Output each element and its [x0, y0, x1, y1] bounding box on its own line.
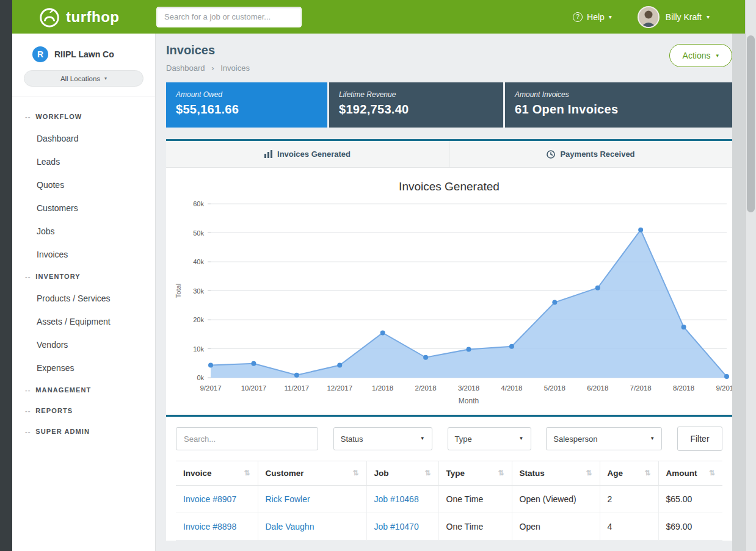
- col-header-invoice[interactable]: ⇅Invoice: [176, 461, 258, 486]
- svg-text:5/2018: 5/2018: [544, 384, 565, 392]
- status-select[interactable]: Status ▼: [333, 427, 432, 450]
- sort-icon[interactable]: ⇅: [352, 469, 358, 477]
- logo-text: turfhop: [66, 9, 119, 26]
- customer-link[interactable]: Dale Vaughn: [266, 522, 314, 531]
- bar-chart-icon: [264, 150, 272, 158]
- breadcrumb-dashboard[interactable]: Dashboard: [166, 63, 205, 73]
- svg-text:3/2018: 3/2018: [458, 384, 479, 392]
- age-cell: 2: [600, 486, 658, 513]
- type-cell: One Time: [438, 513, 512, 541]
- section-dash-icon: --: [25, 407, 31, 414]
- sort-icon[interactable]: ⇅: [244, 469, 250, 477]
- nav-section-super-admin[interactable]: -- SUPER ADMIN: [12, 421, 155, 442]
- clock-icon: [547, 150, 555, 159]
- breadcrumb-invoices: Invoices: [220, 63, 250, 73]
- job-link[interactable]: Job #10468: [374, 494, 419, 504]
- customer-link[interactable]: Rick Fowler: [266, 494, 310, 504]
- nav-section-inventory: -- INVENTORY: [12, 266, 155, 287]
- svg-text:12/2017: 12/2017: [327, 384, 352, 392]
- status-cell: Open: [512, 513, 600, 541]
- stat-lifetime-revenue: Lifetime Revenue $192,753.40: [329, 82, 503, 128]
- svg-text:11/2017: 11/2017: [284, 384, 309, 392]
- section-dash-icon: --: [25, 428, 31, 435]
- table-search-input[interactable]: [176, 427, 318, 450]
- nav-section-label: MANAGEMENT: [35, 386, 91, 394]
- svg-text:4/2018: 4/2018: [501, 384, 522, 392]
- col-header-type[interactable]: ⇅Type: [438, 461, 512, 486]
- nav-section-management[interactable]: -- MANAGEMENT: [12, 380, 155, 400]
- logo[interactable]: turfhop: [12, 5, 156, 29]
- col-header-amount[interactable]: ⇅Amount: [658, 461, 722, 486]
- chart-title: Invoices Generated: [166, 180, 732, 193]
- salesperson-select[interactable]: Salesperson ▼: [546, 427, 662, 450]
- caret-down-icon: ▼: [420, 436, 425, 441]
- tab-payments-received[interactable]: Payments Received: [449, 141, 732, 167]
- caret-down-icon: ▼: [650, 436, 655, 441]
- svg-text:10/2017: 10/2017: [241, 384, 267, 392]
- sidebar-item-dashboard[interactable]: Dashboard: [12, 127, 155, 150]
- sort-icon[interactable]: ⇅: [644, 469, 650, 477]
- sidebar-item-leads[interactable]: Leads: [12, 150, 155, 173]
- sidebar-item-products-services[interactable]: Products / Services: [12, 287, 155, 310]
- invoices-chart: 0k10k20k30k40k50k60k9/201710/201711/2017…: [166, 193, 732, 412]
- sidebar-item-quotes[interactable]: Quotes: [12, 173, 155, 196]
- locations-dropdown[interactable]: All Locations ▾: [24, 70, 144, 87]
- svg-text:2/2018: 2/2018: [415, 384, 436, 392]
- help-icon: ?: [573, 12, 583, 22]
- job-link[interactable]: Job #10470: [374, 522, 419, 531]
- sidebar-item-customers[interactable]: Customers: [12, 196, 155, 220]
- chart-panel: Invoices Generated Payments Received Inv…: [166, 139, 732, 414]
- actions-label: Actions: [683, 51, 711, 60]
- help-menu[interactable]: ? Help ▾: [573, 12, 612, 22]
- stat-cards: Amount Owed $55,161.66 Lifetime Revenue …: [166, 82, 732, 128]
- topbar-right: ? Help ▾ Billy Kraft ▾: [573, 6, 745, 28]
- user-avatar[interactable]: [638, 6, 660, 28]
- col-header-age[interactable]: ⇅Age: [600, 461, 658, 486]
- breadcrumb: Dashboard › Invoices: [166, 63, 250, 73]
- nav-section-reports[interactable]: -- REPORTS: [12, 400, 155, 421]
- actions-button[interactable]: Actions ▾: [669, 44, 732, 67]
- invoice-link[interactable]: Invoice #8907: [183, 494, 236, 504]
- scrollbar[interactable]: [745, 0, 756, 551]
- type-cell: One Time: [438, 486, 512, 513]
- caret-down-icon: ▾: [707, 14, 710, 20]
- status-select-value: Status: [341, 434, 363, 444]
- amount-cell: $69.00: [658, 513, 722, 541]
- sidebar-item-assets-equipment[interactable]: Assets / Equipment: [12, 310, 155, 333]
- col-header-job[interactable]: ⇅Job: [366, 461, 438, 486]
- nav-section-label: WORKFLOW: [35, 113, 82, 120]
- chart-tabs: Invoices Generated Payments Received: [166, 141, 732, 168]
- sidebar-nav: -- WORKFLOW Dashboard Leads Quotes Custo…: [12, 96, 155, 442]
- col-header-status[interactable]: ⇅Status: [512, 461, 600, 486]
- type-select[interactable]: Type ▼: [448, 427, 531, 450]
- global-search-input[interactable]: [156, 7, 302, 27]
- col-header-customer[interactable]: ⇅Customer: [258, 461, 366, 486]
- locations-label: All Locations: [60, 75, 100, 82]
- sidebar-item-vendors[interactable]: Vendors: [12, 333, 155, 356]
- nav-section-workflow: -- WORKFLOW: [12, 106, 155, 127]
- svg-text:50k: 50k: [193, 229, 204, 237]
- invoice-link[interactable]: Invoice #8898: [183, 522, 236, 531]
- company-name: RIIPL Lawn Co: [54, 49, 114, 59]
- scrollbar-thumb[interactable]: [747, 35, 755, 212]
- svg-text:30k: 30k: [193, 287, 204, 295]
- svg-text:10k: 10k: [193, 345, 204, 353]
- sort-icon[interactable]: ⇅: [586, 469, 592, 477]
- caret-down-icon: ▾: [609, 14, 612, 20]
- user-menu[interactable]: Billy Kraft ▾: [666, 12, 710, 22]
- company-switcher[interactable]: R RIIPL Lawn Co: [12, 34, 155, 62]
- svg-text:40k: 40k: [193, 258, 204, 265]
- sidebar-item-invoices[interactable]: Invoices: [12, 243, 155, 266]
- sort-icon[interactable]: ⇅: [709, 469, 715, 477]
- sidebar-item-jobs[interactable]: Jobs: [12, 220, 155, 243]
- sidebar-item-expenses[interactable]: Expenses: [12, 356, 155, 380]
- sort-icon[interactable]: ⇅: [498, 469, 504, 477]
- window-edge: [0, 0, 12, 551]
- tab-invoices-generated[interactable]: Invoices Generated: [166, 141, 449, 167]
- filter-button[interactable]: Filter: [677, 427, 722, 451]
- table-row: Invoice #8898 Dale Vaughn Job #10470 One…: [176, 513, 722, 541]
- section-dash-icon: --: [25, 273, 31, 280]
- sort-icon[interactable]: ⇅: [424, 469, 431, 477]
- svg-text:9/2017: 9/2017: [200, 384, 221, 392]
- svg-text:6/2018: 6/2018: [587, 384, 608, 392]
